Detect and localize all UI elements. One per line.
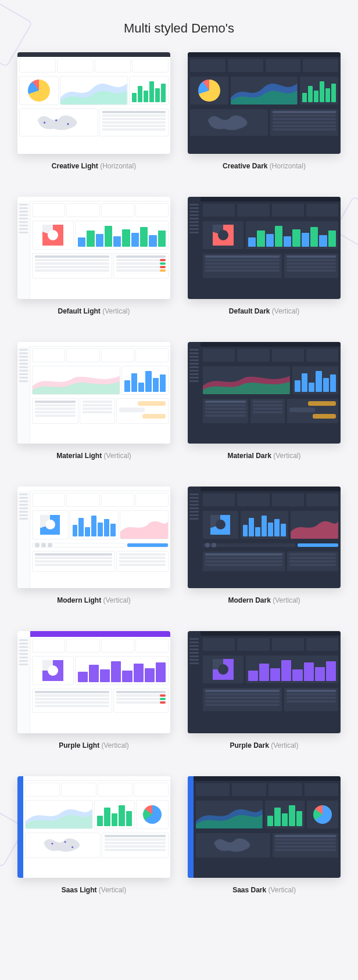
caption: Purple Dark (Vertical) xyxy=(230,741,298,750)
demo-saas-light[interactable]: Saas Light (Vertical) xyxy=(17,776,170,894)
caption: Creative Dark (Horizontal) xyxy=(223,162,306,170)
svg-point-1 xyxy=(55,119,57,121)
caption: Saas Dark (Vertical) xyxy=(232,886,296,894)
thumbnail xyxy=(17,487,170,588)
thumbnail xyxy=(17,197,170,298)
thumbnail xyxy=(17,342,170,444)
demo-purple-dark[interactable]: Purple Dark (Vertical) xyxy=(188,631,341,749)
caption: Creative Light (Horizontal) xyxy=(52,162,136,170)
demo-default-dark[interactable]: Default Dark (Vertical) xyxy=(188,197,341,315)
thumbnail xyxy=(17,631,170,733)
caption: Modern Dark (Vertical) xyxy=(228,596,300,604)
thumbnail xyxy=(188,776,341,878)
caption: Material Light (Vertical) xyxy=(56,452,131,460)
svg-point-2 xyxy=(67,123,69,125)
thumbnail xyxy=(17,776,170,878)
demo-purple-light[interactable]: Purple Light (Vertical) xyxy=(17,631,170,749)
demo-grid: Creative Light (Horizontal) Creative Dar… xyxy=(0,52,358,917)
demo-creative-light[interactable]: Creative Light (Horizontal) xyxy=(17,52,170,170)
svg-point-4 xyxy=(64,841,66,843)
demo-modern-light[interactable]: Modern Light (Vertical) xyxy=(17,487,170,604)
thumbnail xyxy=(188,487,341,588)
caption: Material Dark (Vertical) xyxy=(227,452,300,460)
thumbnail xyxy=(188,631,341,733)
page-title: Multi styled Demo's xyxy=(0,0,358,52)
demo-creative-dark[interactable]: Creative Dark (Horizontal) xyxy=(188,52,341,170)
svg-point-5 xyxy=(71,846,73,848)
caption: Purple Light (Vertical) xyxy=(59,741,129,750)
thumbnail xyxy=(188,197,341,298)
thumbnail xyxy=(188,342,341,444)
thumbnail xyxy=(188,52,341,154)
svg-point-0 xyxy=(44,121,45,123)
demo-modern-dark[interactable]: Modern Dark (Vertical) xyxy=(188,487,341,604)
demo-saas-dark[interactable]: Saas Dark (Vertical) xyxy=(188,776,341,894)
demo-material-light[interactable]: Material Light (Vertical) xyxy=(17,342,170,460)
demo-material-dark[interactable]: Material Dark (Vertical) xyxy=(188,342,341,460)
thumbnail xyxy=(17,52,170,154)
caption: Saas Light (Vertical) xyxy=(62,886,126,894)
caption: Default Light (Vertical) xyxy=(58,307,130,315)
demo-default-light[interactable]: Default Light (Vertical) xyxy=(17,197,170,315)
caption: Modern Light (Vertical) xyxy=(57,596,131,604)
caption: Default Dark (Vertical) xyxy=(229,307,299,315)
svg-point-3 xyxy=(51,843,53,845)
